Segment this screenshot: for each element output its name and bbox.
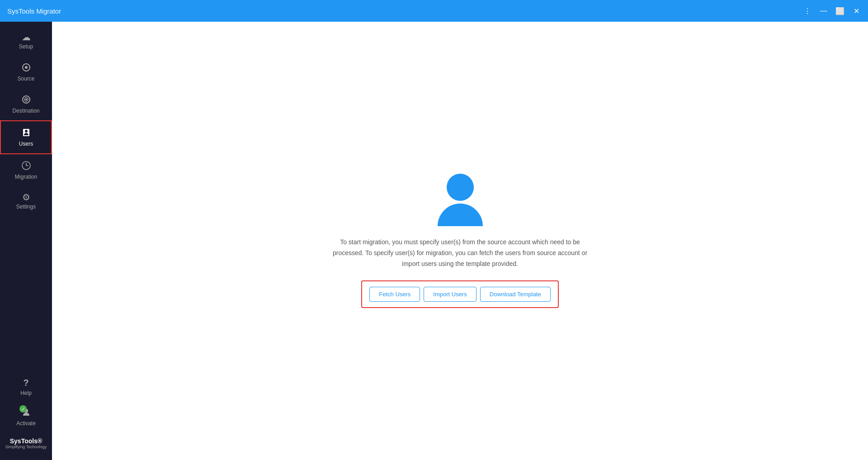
cloud-icon: ☁ xyxy=(22,33,31,42)
settings-icon: ⚙ xyxy=(22,193,30,202)
svg-point-6 xyxy=(25,130,28,133)
svg-point-4 xyxy=(25,99,27,100)
minimize-button[interactable]: — xyxy=(819,6,828,15)
action-buttons-container: Fetch Users Import Users Download Templa… xyxy=(361,280,558,308)
import-users-button[interactable]: Import Users xyxy=(424,287,476,302)
help-icon: ? xyxy=(23,378,28,388)
sidebar-item-label-help: Help xyxy=(20,390,32,396)
close-button[interactable]: ✕ xyxy=(852,6,861,15)
fetch-users-button[interactable]: Fetch Users xyxy=(369,287,420,302)
sidebar-item-destination[interactable]: Destination xyxy=(0,88,52,120)
main-content: To start migration, you must specify use… xyxy=(52,22,868,460)
sidebar-item-activate[interactable]: ✓ Activate xyxy=(0,403,52,431)
user-illustration xyxy=(438,174,483,226)
activate-icon-wrapper: ✓ xyxy=(21,407,31,418)
svg-point-1 xyxy=(25,66,28,69)
user-head-shape xyxy=(447,174,474,201)
download-template-button[interactable]: Download Template xyxy=(480,287,551,302)
menu-button[interactable]: ⋮ xyxy=(803,6,812,15)
activate-check-icon: ✓ xyxy=(19,405,27,413)
title-bar: SysTools Migrator ⋮ — ⬜ ✕ xyxy=(0,0,868,22)
sidebar-item-label-destination: Destination xyxy=(12,108,39,114)
window-controls: ⋮ — ⬜ ✕ xyxy=(803,6,861,15)
destination-icon xyxy=(21,95,31,106)
sidebar-item-users[interactable]: Users xyxy=(0,120,52,154)
sidebar-item-label-migration: Migration xyxy=(15,174,37,180)
brand-tagline: Simplifying Technology xyxy=(5,445,47,449)
maximize-button[interactable]: ⬜ xyxy=(835,6,844,15)
sidebar-item-settings[interactable]: ⚙ Settings xyxy=(0,186,52,216)
sidebar-item-label-activate: Activate xyxy=(16,420,36,427)
user-body-shape xyxy=(438,204,483,226)
source-icon xyxy=(21,62,31,74)
sidebar-item-setup[interactable]: ☁ Setup xyxy=(0,26,52,56)
description-text: To start migration, you must specify use… xyxy=(325,237,596,269)
brand-name: SysTools® xyxy=(5,437,47,445)
sidebar: ☁ Setup Source Destination xyxy=(0,22,52,460)
sidebar-item-label-settings: Settings xyxy=(16,204,36,210)
users-panel: To start migration, you must specify use… xyxy=(325,174,596,308)
sidebar-bottom: ? Help ✓ Activate SysTools® Simplifying … xyxy=(0,371,52,460)
app-body: ☁ Setup Source Destination xyxy=(0,22,868,460)
app-title: SysTools Migrator xyxy=(7,7,61,15)
brand-logo: SysTools® Simplifying Technology xyxy=(2,431,50,455)
sidebar-item-label-setup: Setup xyxy=(19,43,33,50)
sidebar-item-migration[interactable]: Migration xyxy=(0,154,52,186)
sidebar-item-label-users: Users xyxy=(19,141,33,147)
sidebar-item-help[interactable]: ? Help xyxy=(0,371,52,403)
users-icon xyxy=(21,128,31,139)
sidebar-item-label-source: Source xyxy=(17,76,34,82)
sidebar-item-source[interactable]: Source xyxy=(0,56,52,88)
migration-icon xyxy=(21,161,31,172)
